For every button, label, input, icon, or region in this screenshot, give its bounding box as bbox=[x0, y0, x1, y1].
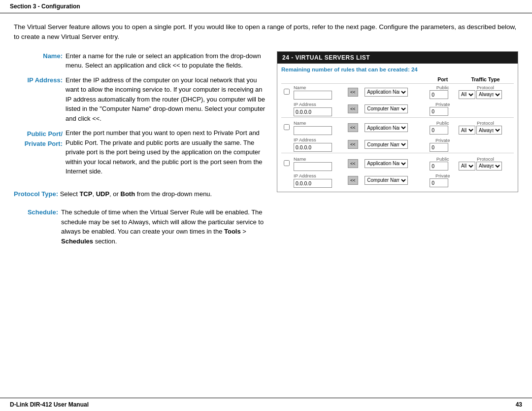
both-bold: Both bbox=[121, 190, 135, 198]
vs-row-group-3-ip: IP Address << Computer Name bbox=[281, 172, 514, 189]
ip-input-cell-1: IP Address bbox=[292, 101, 346, 118]
name-sub-label-3: Name bbox=[294, 156, 345, 162]
schedule-section: Schedule: The schedule of time when the … bbox=[14, 207, 268, 246]
arrow-btn-3b[interactable]: << bbox=[348, 176, 358, 185]
computer-select-3[interactable]: Computer Name bbox=[365, 176, 408, 185]
port-private-input-1[interactable] bbox=[430, 107, 448, 116]
sched-select-3[interactable]: Always bbox=[476, 162, 502, 171]
private-label-2: Private bbox=[430, 137, 456, 143]
public-label-1: Public bbox=[430, 85, 456, 90]
port-private-input-2[interactable] bbox=[430, 143, 448, 152]
check-1 bbox=[281, 83, 292, 101]
check-2 bbox=[281, 119, 292, 136]
vs-panel-title: 24 - VIRTUAL SERVERS LIST bbox=[282, 54, 370, 61]
port-public-input-1[interactable] bbox=[430, 90, 448, 99]
port-public-cell-3: Public bbox=[428, 155, 457, 172]
ip-sub-label-2: IP Address bbox=[294, 137, 345, 142]
ip-sub-label-1: IP Address bbox=[294, 102, 345, 107]
proto-select-2[interactable]: All TCP UDP Both bbox=[459, 126, 475, 135]
computer-select-2[interactable]: Computer Name bbox=[365, 140, 408, 149]
page-content: The Virtual Server feature allows you to… bbox=[0, 13, 532, 398]
name-input-cell-3: Name bbox=[292, 155, 346, 172]
name-sub-label-1: Name bbox=[294, 85, 345, 90]
description-table: Name: Enter a name for the rule or selec… bbox=[14, 51, 268, 181]
arrow-btn-1b[interactable]: << bbox=[348, 104, 358, 113]
btn-cell-2b: << bbox=[346, 136, 363, 153]
proto-select-3[interactable]: All TCP UDP Both bbox=[459, 162, 475, 171]
port-private-cell-1: Private bbox=[428, 101, 457, 118]
protocol-label-2: Protocol bbox=[459, 120, 512, 126]
main-layout: Name: Enter a name for the rule or selec… bbox=[14, 51, 518, 246]
app-cell-3: Application Name bbox=[363, 155, 428, 172]
arrow-btn-3[interactable]: << bbox=[348, 159, 358, 168]
th-port: Port bbox=[428, 75, 457, 84]
computer-cell-1: Computer Name bbox=[363, 101, 428, 118]
proto-select-1[interactable]: All TCP UDP Both bbox=[459, 90, 475, 99]
port-label: Public Port/Private Port: bbox=[14, 128, 66, 181]
port-private-input-3[interactable] bbox=[430, 178, 448, 187]
ip-input-cell-3: IP Address bbox=[292, 172, 346, 189]
name-input-cell-2: Name bbox=[292, 119, 346, 136]
intro-paragraph: The Virtual Server feature allows you to… bbox=[14, 22, 518, 42]
port-private-cell-3: Private bbox=[428, 172, 457, 189]
th-app bbox=[363, 75, 428, 84]
protocol-type-desc: Select TCP, UDP, or Both from the drop-d… bbox=[60, 190, 212, 198]
th-traffic: Traffic Type bbox=[457, 75, 514, 84]
arrow-btn-2[interactable]: << bbox=[348, 123, 358, 132]
port-private-cell-2: Private bbox=[428, 136, 457, 153]
udp-bold: UDP bbox=[96, 190, 109, 198]
port-public-input-2[interactable] bbox=[430, 126, 448, 135]
app-select-2[interactable]: Application Name bbox=[365, 123, 408, 132]
protocol-label-1: Protocol bbox=[459, 85, 512, 90]
checkbox-2[interactable] bbox=[284, 124, 290, 130]
computer-select-1[interactable]: Computer Name bbox=[365, 104, 408, 113]
ip-input-2[interactable] bbox=[294, 143, 332, 152]
arrow-btn-2b[interactable]: << bbox=[348, 140, 358, 149]
ip-input-3[interactable] bbox=[294, 179, 332, 188]
computer-cell-2: Computer Name bbox=[363, 136, 428, 153]
th-btn bbox=[346, 75, 363, 84]
ip-address-label: IP Address: bbox=[14, 75, 66, 129]
checkbox-1[interactable] bbox=[284, 89, 290, 95]
ip-address-desc: Enter the IP address of the computer on … bbox=[66, 75, 268, 129]
port-desc: Enter the port number that you want to o… bbox=[66, 128, 268, 181]
sched-select-2[interactable]: Always bbox=[476, 126, 502, 135]
app-select-3[interactable]: Application Name bbox=[365, 159, 408, 168]
proto-sched-row-3: All TCP UDP Both Always bbox=[459, 162, 512, 171]
btn-cell-1: << bbox=[346, 83, 363, 101]
name-input-3[interactable] bbox=[294, 162, 332, 171]
vs-panel-container: 24 - VIRTUAL SERVERS LIST Remaining numb… bbox=[277, 51, 518, 192]
sched-select-1[interactable]: Always bbox=[476, 90, 502, 99]
traffic-header: Traffic Type bbox=[459, 76, 512, 82]
traffic-cell-3: Protocol All TCP UDP Both bbox=[457, 155, 514, 172]
port-row: Public Port/Private Port: Enter the port… bbox=[14, 128, 268, 181]
footer-right: 43 bbox=[516, 401, 522, 408]
btn-cell-2: << bbox=[346, 119, 363, 136]
app-cell-2: Application Name bbox=[363, 119, 428, 136]
btn-cell-3b: << bbox=[346, 172, 363, 189]
arrow-btn-1[interactable]: << bbox=[348, 88, 358, 97]
checkbox-3[interactable] bbox=[284, 160, 290, 166]
proto-sched-row-1: All TCP UDP Both Always bbox=[459, 90, 512, 99]
name-input-2[interactable] bbox=[294, 126, 332, 135]
check-spacer-1 bbox=[281, 101, 292, 118]
section-title: Section 3 - Configuration bbox=[10, 3, 80, 10]
check-spacer-2 bbox=[281, 136, 292, 153]
ip-sub-label-3: IP Address bbox=[294, 173, 345, 178]
name-input-1[interactable] bbox=[294, 91, 332, 100]
vs-row-group-2-name: Name << Application Name bbox=[281, 119, 514, 136]
private-label-1: Private bbox=[430, 102, 456, 107]
name-sub-label-2: Name bbox=[294, 120, 345, 126]
schedule-label: Schedule: bbox=[14, 207, 58, 216]
app-cell-1: Application Name bbox=[363, 83, 428, 101]
port-public-input-3[interactable] bbox=[430, 162, 448, 171]
vs-table-body: Name << Application Name bbox=[281, 83, 514, 189]
btn-cell-3: << bbox=[346, 155, 363, 172]
vs-row-group-3-name: Name << Application Name bbox=[281, 155, 514, 172]
public-label-2: Public bbox=[430, 120, 456, 126]
left-column: Name: Enter a name for the rule or selec… bbox=[14, 51, 268, 246]
ip-input-1[interactable] bbox=[294, 107, 332, 116]
th-name bbox=[292, 75, 346, 84]
app-select-1[interactable]: Application Name bbox=[365, 88, 408, 97]
protocol-label-3: Protocol bbox=[459, 156, 512, 162]
